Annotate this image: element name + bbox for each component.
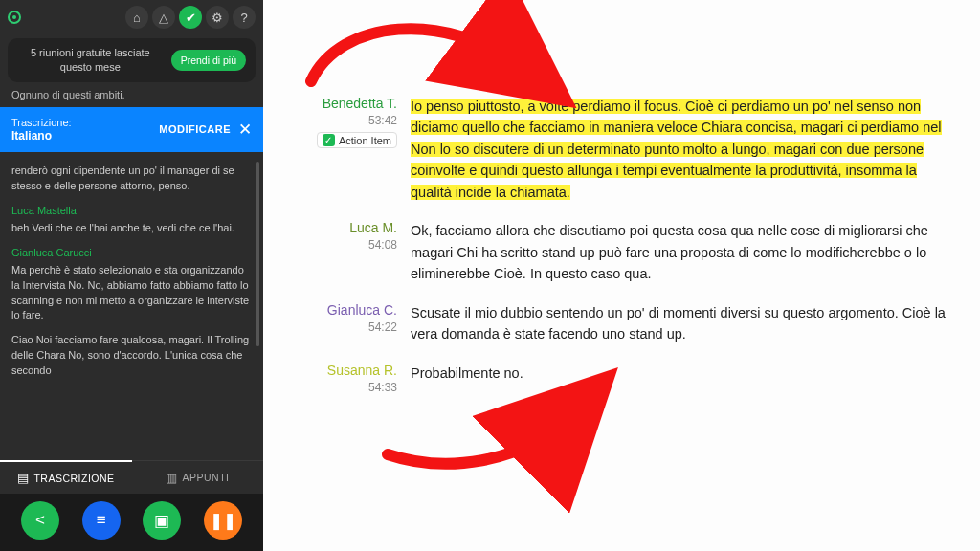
pause-icon: ❚❚	[210, 511, 236, 531]
utterance: renderò ogni dipendente un po' il manage…	[11, 164, 252, 194]
pause-button[interactable]: ❚❚	[204, 501, 242, 540]
gear-icon[interactable]: ⚙	[206, 6, 229, 29]
transcription-language-banner: Trascrizione: Italiano MODIFICARE ✕	[0, 107, 263, 152]
entry-meta: Luca M. 54:08	[292, 220, 397, 284]
sidebar: ⌂ △ ✔ ⚙ ? 5 riunioni gratuite lasciate q…	[0, 0, 263, 551]
tab-transcription[interactable]: ▤ TRASCRIZIONE	[0, 460, 132, 494]
document-icon: ≡	[97, 511, 106, 530]
transcript-entry: Benedetta T. 53:42 ✓ Action Item Io pens…	[292, 96, 951, 203]
transcript-entry: Susanna R. 54:33 Probabilmente no.	[292, 363, 951, 394]
entry-body[interactable]: Ok, facciamo allora che discutiamo poi q…	[411, 220, 951, 284]
shield-icon[interactable]: ✔	[179, 6, 202, 29]
highlighted-text: Io penso piuttosto, a volte perdiamo il …	[411, 99, 942, 200]
transcription-tab-icon: ▤	[17, 471, 30, 485]
bottom-tabs: ▤ TRASCRIZIONE ▥ APPUNTI	[0, 460, 263, 494]
timestamp: 53:42	[368, 114, 397, 127]
entry-body[interactable]: Io penso piuttosto, a volte perdiamo il …	[411, 96, 951, 203]
transcript-entry: Gianluca C. 54:22 Scusate il mio dubbio …	[292, 302, 951, 345]
speaker-name: Gianluca Carucci	[11, 246, 252, 261]
topbar: ⌂ △ ✔ ⚙ ?	[0, 0, 263, 34]
speaker-name: Benedetta T.	[323, 96, 397, 111]
share-icon: <	[35, 511, 45, 530]
speaker-name: Gianluca C.	[327, 302, 397, 318]
utterance: Ciao Noi facciamo fare qualcosa, magari.…	[11, 333, 252, 379]
tab-label: TRASCRIZIONE	[33, 473, 114, 484]
speaker-name: Susanna R.	[327, 363, 397, 378]
help-icon[interactable]: ?	[233, 6, 256, 29]
action-item-label: Action Item	[339, 135, 391, 146]
check-icon: ✓	[323, 134, 335, 146]
home-icon[interactable]: ⌂	[125, 6, 148, 29]
close-icon[interactable]: ✕	[238, 121, 252, 138]
promo-text: 5 riunioni gratuite lasciate questo mese	[17, 46, 164, 75]
action-bar: < ≡ ▣ ❚❚	[0, 494, 263, 551]
get-more-button[interactable]: Prendi di più	[171, 50, 246, 71]
camera-button[interactable]: ▣	[143, 501, 181, 540]
modify-button[interactable]: MODIFICARE	[159, 123, 231, 135]
banner-language: Italiano	[11, 129, 151, 143]
cutoff-line: Ognuno di questi ambiti.	[0, 88, 263, 107]
recording-indicator-icon	[8, 11, 21, 24]
upload-icon[interactable]: △	[152, 6, 175, 29]
speaker-name: Luca M.	[349, 220, 397, 235]
share-button[interactable]: <	[21, 501, 59, 540]
promo-banner: 5 riunioni gratuite lasciate questo mese…	[8, 38, 256, 82]
banner-label: Trascrizione:	[11, 117, 151, 128]
sidebar-transcript[interactable]: renderò ogni dipendente un po' il manage…	[0, 152, 263, 460]
entry-meta: Benedetta T. 53:42 ✓ Action Item	[292, 96, 397, 203]
entry-meta: Gianluca C. 54:22	[292, 302, 397, 345]
utterance: Ma perchè è stato selezionato e sta orga…	[11, 263, 252, 324]
action-item-badge[interactable]: ✓ Action Item	[317, 132, 397, 148]
annotation-arrow-bottom	[368, 378, 589, 487]
timestamp: 54:22	[368, 320, 397, 334]
transcript-entry: Luca M. 54:08 Ok, facciamo allora che di…	[292, 220, 951, 284]
entry-body[interactable]: Probabilmente no.	[411, 363, 951, 394]
camera-icon: ▣	[154, 511, 169, 531]
document-button[interactable]: ≡	[82, 501, 121, 540]
speaker-name: Luca Mastella	[11, 204, 252, 219]
timestamp: 54:33	[368, 381, 397, 394]
annotation-arrow-top	[282, 0, 531, 109]
entry-body[interactable]: Scusate il mio dubbio sentendo un po' di…	[411, 302, 951, 345]
tab-notes[interactable]: ▥ APPUNTI	[132, 461, 264, 494]
notes-tab-icon: ▥	[166, 471, 178, 485]
tab-label: APPUNTI	[182, 472, 229, 483]
main-transcript: Benedetta T. 53:42 ✓ Action Item Io pens…	[263, 0, 980, 551]
entry-meta: Susanna R. 54:33	[292, 363, 397, 394]
utterance: beh Vedi che ce l'hai anche te, vedi che…	[11, 221, 252, 236]
timestamp: 54:08	[368, 238, 397, 252]
